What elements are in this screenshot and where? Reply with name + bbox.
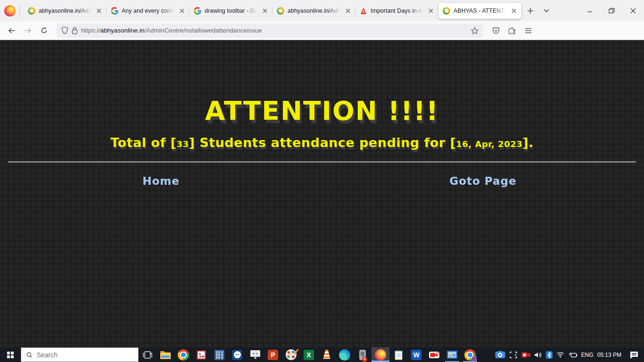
url-scheme: https:// — [81, 27, 100, 34]
browser-tab-bar: abhyasonline.in/Admi Any and every comma… — [0, 0, 644, 21]
subtitle-suffix: ]. — [522, 135, 534, 150]
tracking-shield-icon[interactable] — [61, 26, 68, 34]
tab-title: abhyasonline.in/Admi — [39, 8, 91, 14]
page-content: ATTENTION !!!! Total of [33] Students at… — [0, 40, 644, 347]
search-input[interactable] — [37, 351, 133, 359]
battery-icon[interactable] — [568, 352, 578, 358]
system-tray: ENG 05:13 PM — [492, 347, 624, 362]
extensions-puzzle-icon[interactable] — [505, 24, 519, 38]
tab-title: Any and every comma — [122, 8, 174, 14]
minimize-button[interactable] — [579, 0, 601, 21]
tab-title: Important Days in Apri — [371, 8, 423, 14]
forward-button[interactable] — [21, 24, 35, 38]
reload-button[interactable] — [37, 24, 51, 38]
subtitle-mid: ] Students attendance pending for [ — [189, 135, 456, 150]
tab-close-icon[interactable] — [260, 6, 270, 16]
tab-close-icon[interactable] — [94, 6, 104, 16]
action-center-button[interactable] — [624, 347, 644, 362]
google-logo-icon — [194, 7, 201, 15]
tab-abhyas-attention-active[interactable]: ABHYAS - ATTENTION ! — [438, 3, 521, 19]
menu-hamburger-icon[interactable] — [521, 24, 535, 38]
teamviewer-icon[interactable] — [228, 347, 246, 362]
search-icon — [26, 352, 33, 358]
colorful-browser-icon[interactable] — [461, 347, 479, 362]
new-tab-button[interactable] — [523, 4, 537, 18]
firefox-taskbar-icon[interactable] — [372, 347, 389, 362]
wifi-icon[interactable] — [556, 352, 564, 358]
tab-close-icon[interactable] — [343, 6, 353, 16]
screen-capture-icon[interactable] — [509, 351, 518, 359]
remote-desktop-icon[interactable] — [246, 347, 264, 362]
tab-list-chevron-button[interactable] — [539, 4, 553, 18]
address-bar[interactable]: https://abhyasonline.in/AdminCentre/nota… — [57, 24, 483, 38]
tab-google-search-1[interactable]: Any and every comma — [107, 3, 190, 19]
back-button[interactable] — [5, 24, 19, 38]
presentation-viewer-icon[interactable] — [443, 347, 461, 362]
notepad-icon[interactable] — [389, 347, 407, 362]
restore-button[interactable] — [601, 0, 622, 21]
windows-taskbar: P X W ENG 05:13 PM — [0, 347, 644, 362]
home-link[interactable]: Home — [0, 175, 322, 187]
photo-viewer-icon[interactable] — [192, 347, 210, 362]
word-icon[interactable]: W — [407, 347, 425, 362]
url-path: /AdminCentre/notallowedattendanceissue — [144, 27, 262, 34]
powerpoint-icon[interactable]: P — [264, 347, 282, 362]
pocket-icon[interactable] — [489, 24, 503, 38]
excel-icon[interactable]: X — [300, 347, 318, 362]
red-a-logo-icon — [360, 7, 367, 15]
attention-heading: ATTENTION !!!! — [0, 40, 644, 126]
google-logo-icon — [111, 7, 118, 15]
tab-title: drawing toolbar - Goo — [205, 8, 257, 14]
url-domain: abhyasonline.in — [100, 27, 145, 34]
recorder-tray-icon[interactable] — [521, 352, 530, 358]
url-text: https://abhyasonline.in/AdminCentre/nota… — [81, 27, 262, 34]
horizontal-divider — [8, 161, 636, 163]
windows-logo-icon — [7, 352, 14, 358]
tab-google-search-2[interactable]: drawing toolbar - Goo — [190, 3, 272, 19]
tab-close-icon[interactable] — [509, 6, 519, 16]
goto-page-link[interactable]: Goto Page — [322, 175, 644, 187]
camera-app-icon[interactable] — [495, 351, 505, 359]
tab-close-icon[interactable] — [177, 6, 187, 16]
tab-title: abhyasonline.in/Admi — [288, 8, 340, 14]
file-explorer-icon[interactable] — [157, 347, 174, 362]
attendance-pending-message: Total of [33] Students attendance pendin… — [0, 135, 644, 150]
firefox-app-icon — [4, 5, 16, 16]
tab-important-days[interactable]: Important Days in Apri — [355, 3, 438, 19]
student-count: 33 — [176, 139, 189, 149]
close-window-button[interactable] — [622, 0, 644, 21]
task-view-button[interactable] — [139, 347, 157, 362]
tabbar-divider — [19, 5, 20, 17]
vlc-icon[interactable] — [318, 347, 336, 362]
abhyas-logo-icon — [443, 7, 450, 15]
tab-close-icon[interactable] — [426, 6, 436, 16]
start-button[interactable] — [0, 347, 21, 362]
browser-nav-bar: https://abhyasonline.in/AdminCentre/nota… — [0, 21, 644, 40]
paint-icon[interactable] — [282, 347, 300, 362]
bookmark-star-icon[interactable] — [471, 27, 479, 34]
pending-date: 16, Apr, 2023 — [456, 139, 522, 149]
bluetooth-icon[interactable] — [546, 351, 553, 359]
taskbar-search-box[interactable] — [21, 347, 139, 362]
calculator-icon[interactable] — [210, 347, 228, 362]
tab-abhyas-2[interactable]: abhyasonline.in/Admi — [272, 3, 355, 19]
volume-icon[interactable] — [534, 352, 542, 358]
screen-recorder-icon[interactable] — [425, 347, 443, 362]
page-links-row: Home Goto Page — [0, 175, 644, 187]
action-center-icon — [630, 351, 638, 359]
subtitle-prefix: Total of [ — [110, 135, 176, 150]
tab-abhyas-1[interactable]: abhyasonline.in/Admi — [24, 3, 107, 19]
usb-tool-icon[interactable] — [354, 347, 372, 362]
lock-icon[interactable] — [72, 27, 78, 34]
edge-icon[interactable] — [336, 347, 354, 362]
chrome-icon[interactable] — [174, 347, 192, 362]
tab-title: ABHYAS - ATTENTION ! — [454, 8, 506, 14]
clock[interactable]: 05:13 PM — [597, 352, 621, 358]
abhyas-logo-icon — [28, 7, 35, 15]
language-indicator[interactable]: ENG — [581, 352, 594, 358]
abhyas-logo-icon — [277, 7, 284, 15]
